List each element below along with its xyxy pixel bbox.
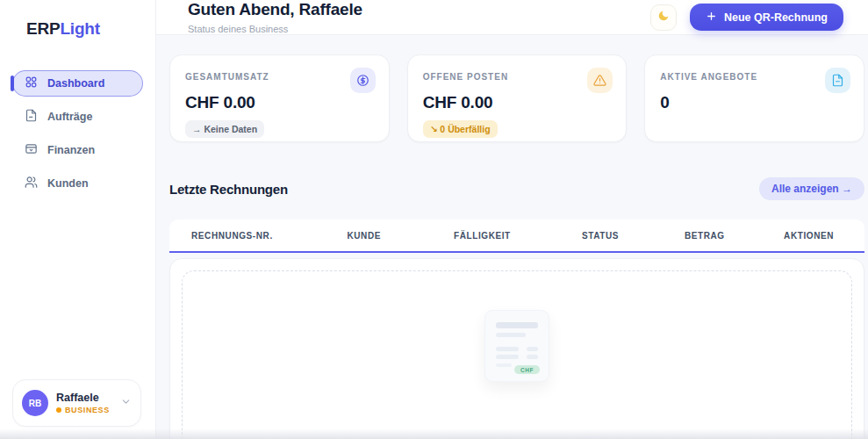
user-meta: Raffaele BUSINESS — [56, 392, 112, 414]
sidebar-item-kunden[interactable]: Kunden — [12, 170, 143, 197]
user-plan-badge: BUSINESS — [56, 406, 112, 414]
logo-text-primary: ERP — [26, 19, 60, 38]
skeleton-line — [496, 347, 519, 351]
stat-value: CHF 0.00 — [423, 93, 612, 112]
skeleton-line — [527, 347, 538, 351]
stat-card-gesamtumsatz: GESAMTUMSATZ CHF 0.00 → Keine Daten — [169, 54, 390, 142]
empty-invoice-illustration: CHF — [484, 310, 549, 382]
plus-icon — [706, 11, 717, 25]
greeting-block: Guten Abend, Raffaele Status deines Busi… — [188, 0, 362, 34]
column-header-status: STATUS — [545, 231, 656, 241]
view-all-button[interactable]: Alle anzeigen → — [759, 177, 864, 200]
sidebar: ERPLight Dashboard Aufträge Finanzen Kun… — [0, 0, 156, 439]
column-header-betrag: BETRAG — [656, 231, 753, 241]
stat-card-aktive-angebote: AKTIVE ANGEBOTE 0 — [644, 54, 864, 142]
user-name: Raffaele — [56, 392, 112, 406]
dashboard-content: GESAMTUMSATZ CHF 0.00 → Keine Daten OFFE… — [156, 35, 868, 439]
avatar: RB — [22, 390, 48, 416]
topbar-actions: Neue QR-Rechnung — [650, 4, 843, 31]
topbar: Guten Abend, Raffaele Status deines Busi… — [156, 0, 868, 35]
sidebar-item-label: Dashboard — [47, 77, 104, 90]
theme-toggle-button[interactable] — [650, 4, 677, 31]
main-area: Guten Abend, Raffaele Status deines Busi… — [156, 0, 868, 439]
dollar-circle-icon — [350, 68, 376, 93]
sidebar-nav: Dashboard Aufträge Finanzen Kunden — [0, 70, 155, 197]
skeleton-line — [527, 355, 538, 359]
stat-label: OFFENE POSTEN — [423, 72, 612, 82]
stat-card-offene-posten: OFFENE POSTEN CHF 0.00 ↘ 0 Überfällig — [407, 54, 628, 142]
user-card[interactable]: RB Raffaele BUSINESS — [12, 379, 141, 427]
invoices-section-title: Letzte Rechnungen — [169, 182, 288, 197]
alert-triangle-icon — [587, 68, 613, 93]
invoices-table-header: RECHNUNGS-NR. KUNDE FÄLLIGKEIT STATUS BE… — [169, 220, 864, 253]
sidebar-item-label: Finanzen — [47, 144, 95, 156]
page-title: Guten Abend, Raffaele — [188, 0, 362, 19]
sidebar-item-label: Kunden — [47, 177, 89, 190]
chevron-down-icon[interactable] — [120, 395, 132, 411]
logo-text-accent: Light — [60, 19, 99, 38]
invoices-empty-state: CHF — [182, 270, 852, 439]
page-subtitle: Status deines Business — [188, 24, 362, 34]
document-icon — [825, 68, 850, 93]
stat-cards-row: GESAMTUMSATZ CHF 0.00 → Keine Daten OFFE… — [169, 54, 864, 142]
sidebar-item-dashboard[interactable]: Dashboard — [12, 70, 143, 97]
sidebar-item-label: Aufträge — [47, 111, 92, 123]
stat-value: CHF 0.00 — [185, 93, 374, 112]
sidebar-item-finanzen[interactable]: Finanzen — [12, 137, 143, 163]
chf-pill: CHF — [514, 365, 540, 374]
stat-badge-ueberfaellig: ↘ 0 Überfällig — [423, 120, 498, 138]
invoices-table-body: CHF — [169, 258, 864, 439]
stat-label: GESAMTUMSATZ — [185, 72, 374, 82]
skeleton-line — [496, 333, 526, 337]
app-logo: ERPLight — [0, 0, 155, 39]
plan-status-dot — [56, 407, 61, 413]
moon-icon — [657, 10, 670, 25]
column-header-kunde: KUNDE — [308, 231, 420, 241]
users-icon — [25, 176, 38, 191]
stat-badge-keine-daten: → Keine Daten — [185, 120, 264, 138]
dashboard-grid-icon — [25, 76, 38, 91]
sidebar-item-auftraege[interactable]: Aufträge — [12, 104, 143, 130]
skeleton-line — [496, 355, 519, 359]
new-qr-invoice-button[interactable]: Neue QR-Rechnung — [690, 4, 843, 31]
skeleton-line — [496, 363, 512, 367]
wallet-icon — [25, 142, 38, 158]
column-header-aktionen: AKTIONEN — [753, 231, 864, 241]
column-header-rechnungs-nr: RECHNUNGS-NR. — [169, 231, 308, 241]
new-qr-invoice-label: Neue QR-Rechnung — [724, 11, 828, 24]
column-header-faelligkeit: FÄLLIGKEIT — [420, 231, 545, 241]
stat-label: AKTIVE ANGEBOTE — [660, 72, 849, 82]
file-text-icon — [25, 109, 38, 125]
skeleton-line — [496, 322, 538, 328]
invoices-section-header: Letzte Rechnungen Alle anzeigen → — [169, 177, 864, 200]
stat-value: 0 — [660, 93, 849, 112]
plan-label: BUSINESS — [65, 406, 110, 414]
